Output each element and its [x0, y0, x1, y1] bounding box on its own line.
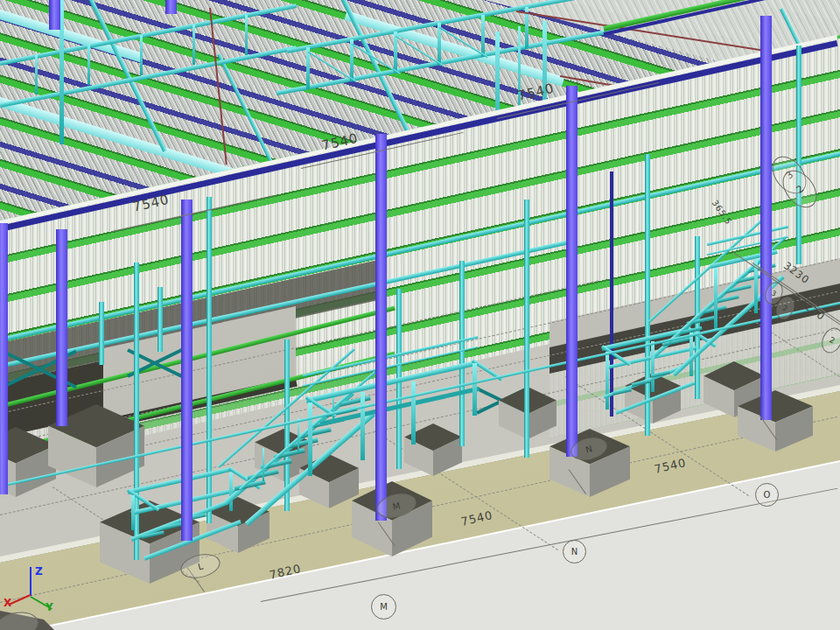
main-column-violet — [56, 229, 67, 426]
steel-column-cyan — [524, 200, 529, 458]
mezzanine-post — [158, 287, 163, 352]
main-column-violet — [760, 16, 772, 420]
main-column-violet — [375, 134, 387, 521]
z-axis-label: Z — [35, 565, 43, 578]
main-column-violet — [566, 86, 578, 457]
handrail-baluster — [262, 448, 264, 481]
z-axis-line — [30, 567, 32, 596]
concrete-foundation — [352, 481, 432, 556]
steel-column-cyan — [459, 261, 465, 446]
handrail-baluster — [298, 418, 299, 452]
truss-vertical — [245, 15, 248, 55]
main-column-violet — [181, 200, 192, 541]
steel-column-cyan — [796, 46, 802, 264]
concrete-foundation — [738, 390, 813, 452]
main-column-violet — [0, 223, 8, 494]
truss-vertical — [88, 45, 90, 85]
truss-vertical — [481, 15, 485, 57]
truss-vertical — [35, 54, 38, 94]
truss-vertical — [192, 24, 195, 65]
truss-vertical — [140, 35, 143, 75]
grid-bubble: N — [563, 540, 586, 564]
mezzanine-post — [99, 302, 104, 365]
landing-leg — [131, 495, 135, 530]
viewport-3d-model[interactable]: 7540 7540 7540 365.5 3230 17220 7820 754… — [0, 0, 840, 630]
grid-bubble: M — [371, 594, 396, 620]
main-column-violet — [165, 0, 177, 14]
y-axis-label: Y — [46, 601, 53, 613]
steel-column-cyan — [645, 154, 650, 436]
steel-column-navy — [610, 172, 613, 416]
grid-bubble: O — [755, 483, 779, 507]
main-column-violet — [49, 0, 60, 30]
platform-post — [411, 382, 416, 444]
landing-leg — [229, 472, 233, 511]
landing-leg — [651, 341, 654, 392]
platform-post — [472, 363, 477, 416]
platform-post — [308, 402, 312, 476]
landing-leg — [606, 352, 609, 410]
platform-post — [360, 392, 365, 460]
platform-post — [714, 268, 718, 329]
x-axis-label: X — [4, 597, 11, 609]
